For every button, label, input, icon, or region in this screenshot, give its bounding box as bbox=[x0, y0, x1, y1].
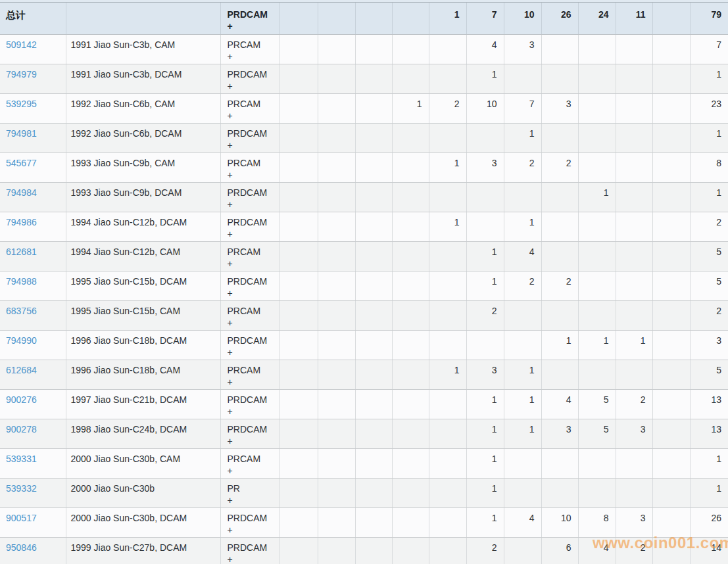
value-cell bbox=[429, 64, 466, 93]
value-cell bbox=[429, 448, 466, 478]
description-cell: 1995 Jiao Sun-C15b, DCAM bbox=[66, 271, 220, 300]
record-id-link[interactable]: 683756 bbox=[6, 306, 37, 316]
header-grand-total-cell: 79 bbox=[690, 3, 728, 34]
value-cell: 1 bbox=[504, 123, 541, 153]
table-row: 7949861994 Jiao Sun-C12b, DCAMPRDCAM+112 bbox=[0, 212, 728, 241]
record-id-cell: 612684 bbox=[0, 360, 66, 389]
value-cell bbox=[652, 182, 690, 212]
record-id-link[interactable]: 794990 bbox=[6, 335, 37, 346]
record-id-link[interactable]: 794988 bbox=[6, 276, 37, 287]
code-line: PRCAM bbox=[228, 453, 272, 465]
value-cell bbox=[355, 64, 392, 93]
value-cell bbox=[578, 123, 616, 153]
value-cell bbox=[392, 271, 429, 300]
value-cell bbox=[652, 271, 690, 300]
header-description-cell bbox=[66, 3, 220, 34]
record-id-link[interactable]: 900517 bbox=[6, 513, 37, 523]
grand-total-row: 总计 PRDCAM + 1 7 10 26 24 11 79 bbox=[0, 3, 728, 34]
header-total-cell: 1 bbox=[429, 3, 466, 34]
record-id-link[interactable]: 539331 bbox=[6, 454, 37, 464]
value-cell bbox=[541, 448, 578, 478]
description-cell: 1991 Jiao Sun-C3b, CAM bbox=[66, 34, 220, 64]
value-cell: 1 bbox=[504, 389, 541, 419]
value-cell: 3 bbox=[541, 419, 578, 448]
record-id-cell: 794981 bbox=[0, 123, 66, 153]
value-cell bbox=[318, 507, 355, 537]
value-cell bbox=[279, 507, 318, 537]
header-total-cell bbox=[392, 3, 429, 34]
record-id-link[interactable]: 900278 bbox=[6, 424, 37, 435]
value-cell bbox=[652, 389, 690, 419]
value-cell bbox=[279, 271, 318, 300]
code-line: PRCAM bbox=[228, 364, 272, 376]
record-id-link[interactable]: 950846 bbox=[6, 542, 37, 553]
value-cell: 10 bbox=[541, 507, 578, 537]
value-cell bbox=[578, 360, 616, 389]
value-cell: 4 bbox=[504, 507, 541, 537]
code-plus: + bbox=[228, 139, 272, 151]
record-id-link[interactable]: 612684 bbox=[6, 365, 37, 375]
value-cell bbox=[318, 271, 355, 300]
value-cell bbox=[616, 241, 652, 271]
value-cell bbox=[392, 182, 429, 212]
code-plus: + bbox=[228, 494, 272, 506]
value-cell bbox=[279, 241, 318, 271]
code-cell: PR+ bbox=[220, 478, 279, 507]
value-cell: 6 bbox=[541, 537, 578, 564]
record-id-link[interactable]: 794979 bbox=[6, 69, 37, 80]
table-body: 5091421991 Jiao Sun-C3b, CAMPRCAM+437794… bbox=[0, 34, 728, 564]
value-cell bbox=[279, 93, 318, 123]
row-total-cell: 1 bbox=[690, 182, 728, 212]
value-cell bbox=[279, 389, 318, 419]
table-row: 5456771993 Jiao Sun-C9b, CAMPRCAM+13228 bbox=[0, 153, 728, 182]
row-total-cell: 1 bbox=[690, 448, 728, 478]
record-id-cell: 900278 bbox=[0, 419, 66, 448]
record-id-link[interactable]: 794981 bbox=[6, 128, 37, 139]
record-id-link[interactable]: 794984 bbox=[6, 187, 37, 198]
value-cell: 1 bbox=[429, 360, 466, 389]
value-cell bbox=[504, 330, 541, 360]
record-id-link[interactable]: 612681 bbox=[6, 247, 37, 257]
record-id-link[interactable]: 539332 bbox=[6, 483, 37, 494]
value-cell bbox=[652, 64, 690, 93]
row-total-cell: 23 bbox=[690, 93, 728, 123]
row-total-cell: 5 bbox=[690, 360, 728, 389]
value-cell bbox=[541, 212, 578, 241]
value-cell bbox=[466, 330, 504, 360]
code-line: PRDCAM bbox=[228, 275, 272, 287]
code-cell: PRDCAM+ bbox=[220, 64, 279, 93]
value-cell: 5 bbox=[578, 389, 616, 419]
code-line: PRDCAM bbox=[228, 128, 272, 139]
value-cell bbox=[541, 182, 578, 212]
value-cell bbox=[318, 153, 355, 182]
record-id-cell: 539332 bbox=[0, 478, 66, 507]
value-cell bbox=[429, 330, 466, 360]
record-id-link[interactable]: 539295 bbox=[6, 99, 37, 109]
value-cell: 2 bbox=[504, 153, 541, 182]
value-cell bbox=[279, 300, 318, 330]
value-cell bbox=[392, 537, 429, 564]
value-cell: 1 bbox=[578, 182, 616, 212]
record-id-link[interactable]: 545677 bbox=[6, 158, 37, 168]
table-row: 9002761997 Jiao Sun-C21b, DCAMPRDCAM+114… bbox=[0, 389, 728, 419]
value-cell bbox=[355, 241, 392, 271]
record-id-cell: 900276 bbox=[0, 389, 66, 419]
value-cell bbox=[279, 330, 318, 360]
record-id-link[interactable]: 900276 bbox=[6, 394, 37, 405]
value-cell bbox=[504, 300, 541, 330]
value-cell bbox=[578, 241, 616, 271]
record-id-link[interactable]: 794986 bbox=[6, 217, 37, 227]
header-code-plus: + bbox=[228, 20, 272, 32]
record-id-link[interactable]: 509142 bbox=[6, 39, 37, 50]
value-cell bbox=[578, 34, 616, 64]
header-total-cell bbox=[355, 3, 392, 34]
code-plus: + bbox=[228, 465, 272, 477]
table-row: 5393322000 Jiao Sun-C30bPR+11 bbox=[0, 478, 728, 507]
value-cell bbox=[392, 300, 429, 330]
value-cell bbox=[318, 300, 355, 330]
value-cell: 1 bbox=[466, 478, 504, 507]
value-cell bbox=[392, 241, 429, 271]
value-cell bbox=[318, 537, 355, 564]
value-cell: 1 bbox=[504, 360, 541, 389]
value-cell bbox=[652, 34, 690, 64]
